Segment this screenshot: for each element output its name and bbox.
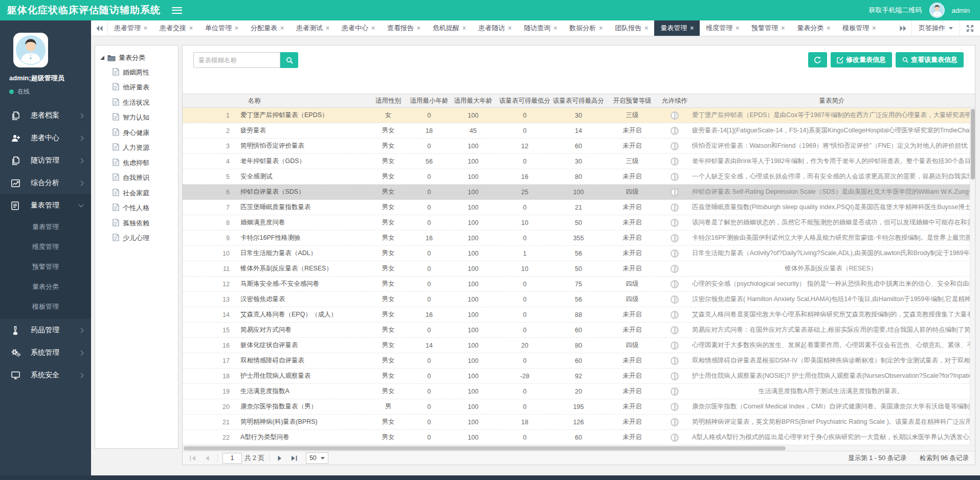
resume-toggle[interactable] [671,280,679,288]
tab-close-icon[interactable]: × [736,25,739,32]
resume-toggle[interactable] [671,127,679,135]
tab[interactable]: 单位管理× [199,20,244,36]
tab[interactable]: 模板管理× [836,20,882,36]
sidebar-item[interactable]: 综合分析 [0,172,91,194]
table-row[interactable]: 3简明惧怕否定评价量表男女01001260未开启惧怕否定评价量表：Watson和… [183,139,975,154]
tree-item[interactable]: 生活状况 [100,95,178,110]
sidebar-item[interactable]: 系统安全 [0,364,91,386]
user-avatar[interactable] [929,3,945,18]
tab-close-icon[interactable]: × [690,25,694,32]
tabs-scroll-right-icon[interactable] [895,20,911,36]
table-row[interactable]: 9卡特尔16PF性格测验男女161000355未开启卡特尔16PF测验由美国伊利… [183,231,975,246]
tab-close-icon[interactable]: × [371,25,375,32]
resume-toggle[interactable] [671,142,679,150]
tab-operations-button[interactable]: 页签操作 [911,20,960,36]
sidebar-item[interactable]: 随访管理 [0,149,91,172]
next-page-button[interactable] [274,452,286,464]
resume-toggle[interactable] [671,341,679,350]
prev-page-button[interactable] [201,452,213,464]
table-row[interactable]: 6抑郁自评量表（SDS）男女010025100四级抑郁自评量表 Self-Rat… [183,185,975,200]
column-header[interactable]: 适用性别 [368,97,409,105]
resume-toggle[interactable] [671,203,679,212]
sidebar-item[interactable]: 患者档案 [0,104,91,127]
table-row[interactable]: 18护士用住院病人观察量表男女0100-2892未开启护士用住院病人观察量表(N… [183,369,975,384]
tab[interactable]: 查看报告× [381,20,427,36]
table-row[interactable]: 17双相情感障碍自评量表男女0100060未开启双相情感障碍自评量表是根据DSM… [183,353,975,369]
column-header[interactable]: 量表简介 [689,97,975,105]
hamburger-menu-icon[interactable] [172,5,182,15]
column-header[interactable]: 该量表可得最低分 [497,97,553,105]
page-size-select[interactable]: 50 [306,452,328,464]
tab-close-icon[interactable]: × [462,25,466,32]
resume-toggle[interactable] [671,234,679,242]
table-row[interactable]: 2疲劳量表男女1845014未开启疲劳量表-14[1](FatigueScale… [183,123,975,139]
page-number-input[interactable] [222,453,242,464]
sidebar-subitem[interactable]: 预警管理 [0,257,91,277]
tab-close-icon[interactable]: × [872,25,876,32]
resume-toggle[interactable] [671,387,679,396]
resume-toggle[interactable] [671,188,679,196]
resume-toggle[interactable] [671,433,679,442]
resume-toggle[interactable] [671,111,679,120]
tab-close-icon[interactable]: × [189,25,193,32]
tree-item[interactable]: 少儿心理 [100,231,178,246]
sidebar-item[interactable]: 患者中心 [0,127,91,149]
table-row[interactable]: 13汉密顿焦虑量表男女0100056四级汉密尔顿焦虑量表( Hamilton A… [183,292,975,307]
tab-close-icon[interactable]: × [508,25,511,32]
resume-toggle[interactable] [671,403,679,411]
column-header[interactable]: 该量表可得最高分 [553,97,604,105]
tab[interactable]: 数据分析× [563,20,609,36]
resume-toggle[interactable] [671,326,679,334]
tab[interactable]: 随访查询× [518,20,563,36]
horizontal-scrollbar-thumb[interactable] [184,446,786,450]
column-header[interactable]: 名称 [234,97,368,105]
resume-toggle[interactable] [671,372,679,380]
vertical-scrollbar-thumb[interactable] [971,109,975,179]
tab[interactable]: 维度管理× [700,20,745,36]
resume-toggle[interactable] [671,157,679,166]
fullscreen-button[interactable] [960,20,980,36]
tab-close-icon[interactable]: × [781,25,785,32]
tab-close-icon[interactable]: × [144,25,147,32]
resume-toggle[interactable] [671,219,679,227]
tab[interactable]: 预警管理× [745,20,791,36]
table-row[interactable]: 7匹茨堡睡眠质量指数量表男女0100021未开启匹兹堡睡眠质量指数(Pittsb… [183,200,975,215]
tab-close-icon[interactable]: × [280,25,284,32]
tree-expander-icon[interactable] [100,56,104,60]
sidebar-subitem[interactable]: 量表管理 [0,217,91,237]
search-button[interactable] [280,52,298,68]
table-row[interactable]: 21简明精神病(科)量表(BPRS)男女010018126未开启简明精神病评定量… [183,415,975,430]
tab-close-icon[interactable]: × [827,25,830,32]
tab[interactable]: 患者中心× [336,20,381,36]
last-page-button[interactable] [288,452,300,464]
sidebar-subitem[interactable]: 维度管理 [0,237,91,257]
resume-toggle[interactable] [671,357,679,365]
table-row[interactable]: 22A型行为类型问卷男女0100060未开启A型人格或A型行为模式的提出是心理学… [183,430,975,445]
table-row[interactable]: 4老年抑郁量表（GDS）男女56100030三级老年抑郁量表由Brink等人于1… [183,154,975,169]
column-header[interactable]: 适用最大年龄 [450,97,497,105]
table-row[interactable]: 11锥体外系副反应量表（RESES）男女01001050未开启锥体外系副反应量表… [183,261,975,277]
tree-item[interactable]: 智力认知 [100,110,178,126]
tab-close-icon[interactable]: × [599,25,603,32]
tree-item[interactable]: 婚姻两性 [100,65,178,80]
view-scale-button[interactable]: 查看该量表信息 [896,52,964,67]
table-row[interactable]: 5安全感测试男女01001680未开启一个人缺乏安全感，心理成长就会停滞，而有安… [183,169,975,185]
resume-toggle[interactable] [671,173,679,181]
tree-item[interactable]: 个性人格 [100,201,178,216]
profile-avatar[interactable] [13,33,48,67]
tab-close-icon[interactable]: × [326,25,329,32]
tree-item[interactable]: 人力资源 [100,141,178,156]
tab[interactable]: 患者交接× [153,20,199,36]
horizontal-scrollbar[interactable] [183,445,975,451]
qr-code-link[interactable]: 获取手机端二维码 [869,6,922,15]
edit-scale-button[interactable]: 修改量表信息 [831,52,892,67]
table-row[interactable]: 15简易应对方式问卷男女0100060未开启简易应对方式问卷：在国外应对方式量表… [183,323,975,338]
tab[interactable]: 患者测试× [290,20,336,36]
resume-toggle[interactable] [671,418,679,426]
tab-close-icon[interactable]: × [553,25,557,32]
resume-toggle[interactable] [671,265,679,273]
table-row[interactable]: 8婚姻满意度问卷男女01001050未开启该问卷是了解您的婚姻状态的，虽然它不能… [183,215,975,231]
tab-close-icon[interactable]: × [644,25,648,32]
tab[interactable]: 分配量表× [244,20,290,36]
sidebar-subitem[interactable]: 模板管理 [0,296,91,316]
